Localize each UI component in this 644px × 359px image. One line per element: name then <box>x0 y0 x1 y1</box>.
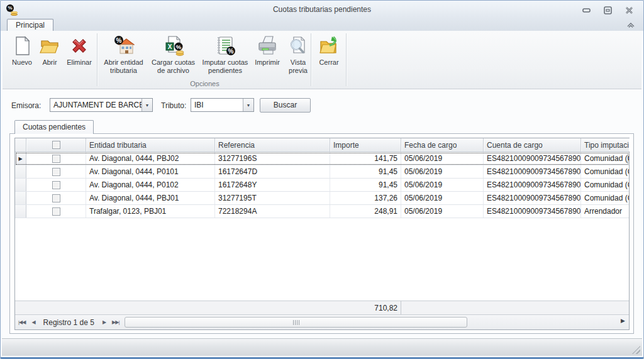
row-checkbox[interactable] <box>52 181 60 189</box>
cell-referencia: 16172647D <box>215 165 330 178</box>
row-indicator-icon: ▶ <box>15 152 26 165</box>
tributo-value: IBI <box>191 99 243 111</box>
cell-cuenta: ES4821000900973456789012 <box>484 179 581 191</box>
button-label: Vista previa <box>284 58 313 74</box>
chevron-down-icon[interactable]: ▼ <box>243 99 253 111</box>
cell-entidad: Av. Diagonal, 0444, PBJ02 <box>86 152 215 165</box>
emisora-value: AJUNTAMENT DE BARCELONA <box>50 99 142 111</box>
building-percent-icon: % <box>113 35 135 57</box>
title-bar: % Cuotas tributarias pendientes <box>1 1 643 19</box>
cell-importe: 248,91 <box>330 205 401 218</box>
column-header-fecha[interactable]: Fecha de cargo <box>401 138 484 152</box>
cell-referencia: 16172648Y <box>215 179 330 191</box>
table-row[interactable]: Av. Diagonal, 0444, P0102 16172648Y 91,4… <box>15 179 629 192</box>
scroll-right-icon[interactable]: ▶ <box>621 318 625 324</box>
chevron-down-icon[interactable]: ▼ <box>142 99 152 111</box>
select-all-header[interactable] <box>26 138 86 152</box>
cell-cuenta: ES4821000900973456789012 <box>484 152 581 165</box>
tab-cuotas-pendientes[interactable]: Cuotas pendientes <box>14 120 94 134</box>
abrir-button[interactable]: Abrir <box>36 33 63 68</box>
button-label: Imprimir <box>255 58 280 67</box>
next-record-icon[interactable]: ▶ <box>99 319 109 325</box>
vista-previa-button[interactable]: Vista previa <box>282 33 314 75</box>
cell-entidad: Av. Diagonal, 0444, P0102 <box>86 179 215 191</box>
column-header-tipo[interactable]: Tipo imputación <box>581 138 629 152</box>
cerrar-button[interactable]: Cerrar <box>313 33 345 68</box>
cargar-cuotas-archivo-button[interactable]: X % Cargar cuotas de archivo <box>148 33 198 75</box>
cell-tipo: Comunidad (Ga <box>581 179 629 191</box>
cell-tipo: Comunidad (Ga <box>581 152 629 165</box>
column-header-referencia[interactable]: Referencia <box>215 138 330 152</box>
horizontal-scrollbar-thumb[interactable] <box>125 317 467 328</box>
cell-cuenta: ES4821000900973456789012 <box>484 165 581 178</box>
cell-cuenta: ES4821000900973456789012 <box>484 205 581 218</box>
cell-entidad: Trafalgar, 0123, PBJ01 <box>86 205 215 218</box>
column-header-importe[interactable]: Importe <box>330 138 401 152</box>
eliminar-button[interactable]: Eliminar <box>63 33 96 68</box>
cell-fecha: 05/06/2019 <box>401 192 484 204</box>
cell-referencia: 72218294A <box>215 205 330 218</box>
column-header-entidad[interactable]: Entidad tributaria <box>86 138 215 152</box>
cell-importe: 91,45 <box>330 165 401 178</box>
cell-entidad: Av. Diagonal, 0444, P0101 <box>86 165 215 178</box>
cell-fecha: 05/06/2019 <box>401 205 484 218</box>
button-label: Eliminar <box>67 58 92 67</box>
row-checkbox[interactable] <box>52 155 60 163</box>
table-row[interactable]: ▶ Av. Diagonal, 0444, PBJ02 31277196S 14… <box>15 152 629 165</box>
button-label: Abrir <box>42 58 57 67</box>
cell-fecha: 05/06/2019 <box>401 165 484 178</box>
chevron-up-icon[interactable] <box>626 21 636 30</box>
imputar-cuotas-pendientes-button[interactable]: % Imputar cuotas pendientes <box>198 33 252 75</box>
button-label: Abrir entidad tributaria <box>100 58 147 74</box>
svg-text:X: X <box>167 43 172 50</box>
tab-principal[interactable]: Principal <box>7 19 53 31</box>
cell-referencia: 31277195T <box>215 192 330 204</box>
cell-cuenta: ES4821000900973456789012 <box>484 192 581 204</box>
first-record-icon[interactable]: |◀◀ <box>15 319 28 325</box>
table-row[interactable]: Av. Diagonal, 0444, PBJ01 31277195T 137,… <box>15 192 629 205</box>
row-checkbox[interactable] <box>52 168 60 176</box>
minimize-icon[interactable] <box>581 6 592 14</box>
excel-file-percent-icon: X % <box>163 35 184 57</box>
buscar-button[interactable]: Buscar <box>260 98 311 113</box>
emisora-label: Emisora: <box>11 101 41 110</box>
cuotas-pendientes-panel: Entidad tributaria Referencia Importe Fe… <box>9 133 634 334</box>
notepad-percent-icon: % <box>214 35 236 57</box>
close-icon[interactable] <box>624 6 635 14</box>
cell-entidad: Av. Diagonal, 0444, PBJ01 <box>86 192 215 204</box>
ribbon: Nuevo Abrir Eliminar <box>3 31 641 89</box>
cell-referencia: 31277196S <box>215 152 330 165</box>
row-checkbox[interactable] <box>52 194 60 202</box>
cell-importe: 91,45 <box>330 179 401 191</box>
imprimir-button[interactable]: Imprimir <box>252 33 282 68</box>
emisora-combo[interactable]: AJUNTAMENT DE BARCELONA ▼ <box>50 98 153 112</box>
tributo-label: Tributo: <box>161 101 186 110</box>
nuevo-button[interactable]: Nuevo <box>8 33 36 68</box>
resize-grip[interactable] <box>632 346 640 354</box>
last-record-icon[interactable]: ▶▶| <box>109 319 122 325</box>
previous-record-icon[interactable]: ◀ <box>28 319 38 325</box>
row-checkbox[interactable] <box>52 207 60 216</box>
ribbon-group-file: Nuevo Abrir Eliminar <box>8 33 96 68</box>
table-row[interactable]: Av. Diagonal, 0444, P0101 16172647D 91,4… <box>15 165 629 179</box>
svg-text:%: % <box>116 37 121 44</box>
ribbon-separator <box>311 33 311 86</box>
button-label: Nuevo <box>12 58 32 67</box>
cell-tipo: Arrendador <box>581 205 629 218</box>
button-label: Imputar cuotas pendientes <box>199 58 251 74</box>
open-folder-icon <box>39 35 60 57</box>
select-all-checkbox[interactable] <box>52 141 60 149</box>
table-row[interactable]: Trafalgar, 0123, PBJ01 72218294A 248,91 … <box>15 205 629 218</box>
record-navigator: |◀◀ ◀ Registro 1 de 5 ▶ ▶▶| ◀ ▶ <box>15 314 629 329</box>
grid-empty-area <box>15 218 629 301</box>
tributo-combo[interactable]: IBI ▼ <box>191 98 254 112</box>
column-header-cuenta[interactable]: Cuenta de cargo <box>484 138 581 152</box>
printer-icon <box>257 35 278 57</box>
ribbon-separator <box>346 33 347 86</box>
abrir-entidad-tributaria-button[interactable]: % Abrir entidad tributaria <box>99 33 148 75</box>
button-label: Cargar cuotas de archivo <box>150 58 197 74</box>
row-indicator-header <box>15 138 26 152</box>
status-bar <box>2 338 642 356</box>
ribbon-tab-strip: Principal <box>1 19 643 31</box>
maximize-icon[interactable] <box>602 6 613 14</box>
